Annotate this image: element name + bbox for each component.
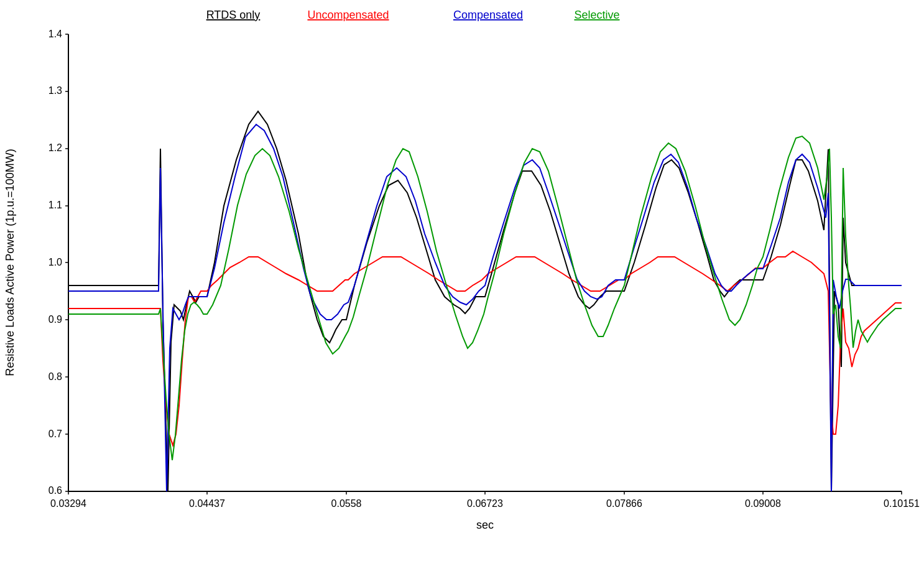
- x-tick-0.10151: 0.10151: [884, 498, 920, 509]
- legend-rtds-label: RTDS only: [206, 9, 261, 21]
- y-tick-1.2: 1.2: [49, 142, 62, 153]
- y-tick-1.1: 1.1: [49, 200, 62, 210]
- legend-selective-label: Selective: [574, 9, 619, 21]
- y-tick-1.4: 1.4: [49, 29, 62, 39]
- legend-compensated-label: Compensated: [453, 9, 523, 21]
- legend-uncompensated-label: Uncompensated: [307, 9, 389, 21]
- y-tick-1.0: 1.0: [49, 257, 62, 267]
- x-tick-0.09008: 0.09008: [745, 498, 781, 509]
- x-tick-0.0558: 0.0558: [331, 498, 362, 509]
- y-tick-0.8: 0.8: [49, 371, 62, 382]
- x-tick-0.06723: 0.06723: [467, 498, 503, 509]
- y-axis-label: Resistive Loads Active Power (1p.u.=100M…: [4, 149, 16, 376]
- y-tick-1.3: 1.3: [49, 85, 62, 96]
- y-tick-0.6: 0.6: [49, 485, 62, 496]
- y-tick-0.7: 0.7: [49, 429, 62, 439]
- x-tick-0.03294: 0.03294: [50, 498, 86, 509]
- x-axis-label: sec: [476, 519, 494, 531]
- x-tick-0.07866: 0.07866: [606, 498, 642, 509]
- x-tick-0.04437: 0.04437: [189, 498, 225, 509]
- y-tick-0.9: 0.9: [49, 314, 62, 325]
- line-uncompensated: [68, 251, 902, 445]
- line-rtds-only: [68, 111, 902, 492]
- chart-container: 1.4 1.3 1.2 1.1 1.0 0.9 0.8 0.7 0.6: [0, 0, 924, 566]
